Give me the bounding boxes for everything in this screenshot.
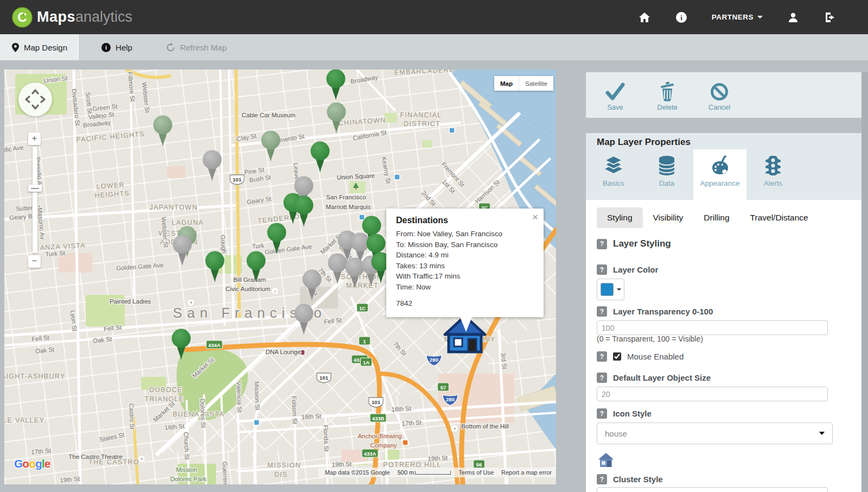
tab-alerts[interactable]: Alerts (746, 149, 800, 200)
partners-menu[interactable]: PARTNERS (712, 13, 763, 21)
map-label: DNA Lounge (265, 349, 301, 355)
database-icon (654, 154, 679, 178)
transparency-input[interactable] (597, 320, 828, 335)
map-label: DUBOCE (149, 386, 182, 394)
layer-styling-heading: Layer Styling (613, 238, 671, 249)
map-label: Dolores Park (170, 476, 207, 482)
map-label: MARKET (346, 282, 379, 289)
mouse-enabled-label: Mouse Enabled (627, 352, 684, 361)
pan-control[interactable] (18, 83, 52, 116)
refresh-icon (166, 43, 175, 52)
save-button[interactable]: Save (589, 72, 641, 118)
tab-appearance-label: Appearance (700, 179, 740, 187)
map-label: Company (370, 442, 397, 449)
info-window-title: Destinations (396, 216, 534, 225)
zoom-in-button[interactable]: + (28, 133, 41, 145)
help-question-icon[interactable]: ? (597, 351, 607, 362)
layers-icon (601, 154, 626, 178)
map-label: Mission (176, 466, 197, 473)
map-label: HAIGHT-ASHBURY (4, 373, 66, 380)
map-label: COLE VALLEY (4, 417, 44, 424)
subtab-drilling[interactable]: Drilling (693, 207, 739, 228)
scale-bar (415, 471, 451, 475)
route-shield: 101 (317, 373, 331, 383)
delete-button[interactable]: Delete (641, 72, 693, 118)
icon-style-select[interactable]: house (597, 422, 833, 444)
help-question-icon[interactable]: ? (597, 373, 607, 383)
transparency-hint: (0 = Transparent, 100 = Visible) (597, 335, 703, 343)
tab-appearance[interactable]: Appearance (693, 149, 746, 200)
zoom-slider-track[interactable] (33, 147, 37, 253)
layer-color-picker[interactable] (597, 279, 624, 300)
svg-text:1A: 1A (363, 359, 369, 365)
subtab-styling[interactable]: Styling (597, 207, 643, 228)
google-logo[interactable]: Google (14, 457, 50, 470)
svg-text:i: i (680, 14, 682, 22)
info-line-traffic: With Traffic:17 mins (396, 271, 534, 282)
map-label: BUENA VISTA (173, 411, 224, 418)
poi-icon (403, 440, 408, 445)
info-icon[interactable]: i (675, 11, 688, 24)
svg-text:1: 1 (363, 338, 366, 344)
palette-icon (707, 154, 732, 178)
info-line-to: To: Mission Bay, San Francisco (396, 239, 534, 250)
svg-text:101: 101 (233, 176, 242, 182)
pan-up-icon (33, 90, 38, 93)
close-icon[interactable]: × (532, 212, 538, 222)
help-question-icon[interactable]: ? (597, 408, 607, 419)
subtab-travel-distance[interactable]: Travel/Distance (740, 207, 819, 228)
brand-logo[interactable]: C Mapsanalytics (12, 7, 132, 28)
tab-map-design[interactable]: Map Design (0, 34, 80, 60)
tab-data[interactable]: Data (640, 149, 693, 200)
map-label: SOUTH OF (341, 273, 382, 281)
map-canvas[interactable]: ♪▪▪▪▪PACIFIC HEIGHTSLOWERHEIGHTSJAPANTOW… (4, 70, 556, 484)
panel-scrollbar[interactable] (861, 72, 868, 492)
tab-refresh-label: Refresh Map (180, 43, 227, 52)
chevron-down-icon (757, 16, 763, 18)
cancel-button[interactable]: Cancel (693, 72, 745, 118)
map-type-map-button[interactable]: Map (494, 76, 519, 91)
svg-text:101: 101 (320, 375, 329, 381)
trash-icon (656, 81, 678, 102)
cluster-style-input[interactable] (597, 487, 828, 492)
terms-of-use-link[interactable]: Terms of Use (458, 469, 494, 476)
map-label: DISTRICT (404, 120, 441, 128)
object-size-input[interactable] (597, 387, 828, 401)
user-icon[interactable] (787, 11, 800, 24)
zoom-slider-handle[interactable] (28, 185, 42, 192)
logout-icon[interactable] (824, 11, 837, 24)
traffic-light-icon (761, 154, 786, 178)
info-line-distance: Distance: 4.9 mi (396, 250, 534, 261)
pan-right-icon (41, 97, 44, 102)
tab-help[interactable]: i Help (90, 34, 144, 60)
subtab-visibility[interactable]: Visibility (643, 207, 694, 228)
map-label: FINANCIAL (400, 111, 442, 119)
map-label: San Francisco (326, 194, 366, 200)
help-question-icon[interactable]: ? (597, 474, 607, 484)
route-shield: 101 (369, 398, 383, 407)
info-line-time: Time: Now (396, 282, 534, 293)
help-question-icon[interactable]: ? (597, 306, 607, 317)
mouse-enabled-checkbox[interactable] (613, 352, 621, 361)
svg-text:▪: ▪ (454, 426, 455, 431)
zoom-out-button[interactable]: − (28, 255, 41, 268)
scale-control: 500 m (398, 469, 451, 476)
svg-text:▪: ▪ (141, 456, 142, 462)
map-type-satellite-button[interactable]: Satellite (519, 76, 553, 91)
map-label: Turk (252, 242, 265, 250)
tab-basics[interactable]: Basics (587, 149, 640, 200)
report-error-link[interactable]: Report a map error (501, 469, 552, 476)
check-icon (604, 81, 626, 102)
map-label: Civic Auditorium (226, 286, 270, 292)
map-label: Mission St (253, 381, 261, 411)
help-question-icon[interactable]: ? (597, 264, 607, 275)
sub-toolbar: Map Design i Help Refresh Map (0, 34, 868, 60)
map-label: TRIANGLE (145, 395, 184, 403)
tab-refresh-map[interactable]: Refresh Map (154, 34, 239, 60)
svg-text:434A: 434A (208, 342, 221, 348)
route-shield: 433B (370, 414, 386, 422)
help-question-icon[interactable]: ? (597, 239, 607, 249)
svg-text:101: 101 (372, 399, 381, 405)
route-shield: 434A (206, 340, 222, 349)
home-icon[interactable] (638, 11, 651, 24)
